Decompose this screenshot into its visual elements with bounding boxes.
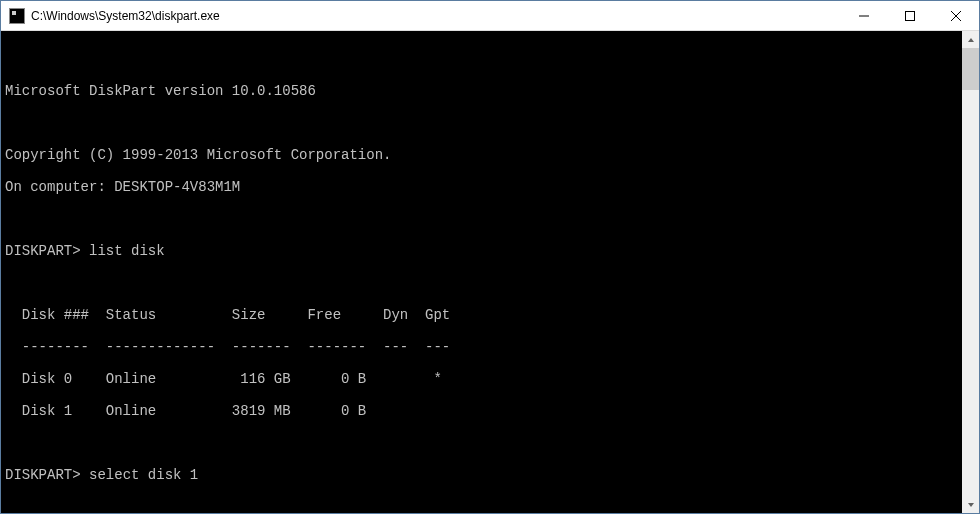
vertical-scrollbar[interactable] xyxy=(962,31,979,513)
close-button[interactable] xyxy=(933,1,979,30)
table-header: Disk ### Status Size Free Dyn Gpt xyxy=(5,307,962,323)
prompt: DISKPART> xyxy=(5,243,81,259)
table-divider: -------- ------------- ------- ------- -… xyxy=(5,339,962,355)
computer-line: On computer: DESKTOP-4V83M1M xyxy=(5,179,962,195)
titlebar: C:\Windows\System32\diskpart.exe xyxy=(1,1,979,31)
blank-line xyxy=(5,499,962,513)
blank-line xyxy=(5,275,962,291)
client-area: Microsoft DiskPart version 10.0.10586 Co… xyxy=(1,31,979,513)
version-line: Microsoft DiskPart version 10.0.10586 xyxy=(5,83,962,99)
scroll-track[interactable] xyxy=(962,48,979,496)
window-title: C:\Windows\System32\diskpart.exe xyxy=(31,9,841,23)
table-row: Disk 0 Online 116 GB 0 B * xyxy=(5,371,962,387)
svg-rect-1 xyxy=(906,11,915,20)
minimize-button[interactable] xyxy=(841,1,887,30)
copyright-line: Copyright (C) 1999-2013 Microsoft Corpor… xyxy=(5,147,962,163)
maximize-button[interactable] xyxy=(887,1,933,30)
window-controls xyxy=(841,1,979,30)
command-text: list disk xyxy=(89,243,165,259)
scroll-thumb[interactable] xyxy=(962,48,979,90)
app-icon xyxy=(9,8,25,24)
table-row: Disk 1 Online 3819 MB 0 B xyxy=(5,403,962,419)
blank-line xyxy=(5,51,962,67)
scroll-down-arrow-icon[interactable] xyxy=(962,496,979,513)
prompt: DISKPART> xyxy=(5,467,81,483)
console-output[interactable]: Microsoft DiskPart version 10.0.10586 Co… xyxy=(1,31,962,513)
blank-line xyxy=(5,115,962,131)
blank-line xyxy=(5,435,962,451)
command-text: select disk 1 xyxy=(89,467,198,483)
prompt-line: DISKPART> select disk 1 xyxy=(5,467,962,483)
blank-line xyxy=(5,211,962,227)
scroll-up-arrow-icon[interactable] xyxy=(962,31,979,48)
prompt-line: DISKPART> list disk xyxy=(5,243,962,259)
